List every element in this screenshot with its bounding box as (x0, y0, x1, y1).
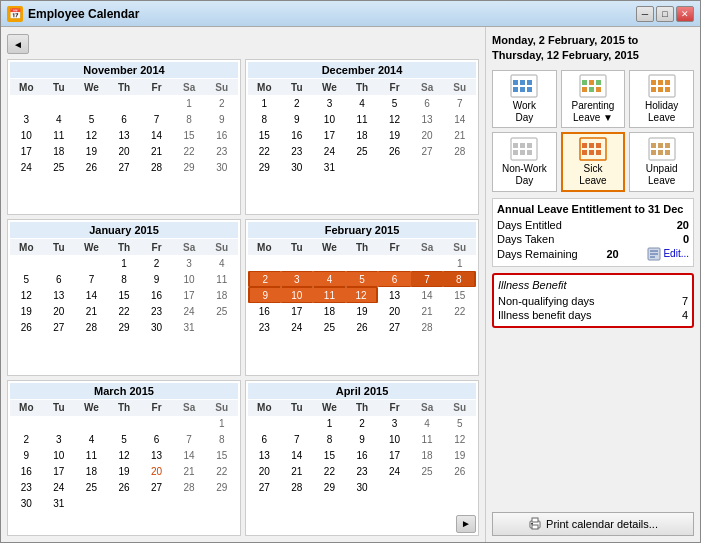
day-cell[interactable]: 28 (411, 319, 444, 335)
day-cell[interactable] (248, 255, 281, 271)
leave-type-workday[interactable]: WorkDay (492, 70, 557, 128)
day-cell[interactable]: 21 (281, 464, 314, 480)
day-cell[interactable]: 2 (281, 95, 314, 111)
day-cell-selected[interactable]: 2 (248, 271, 281, 287)
day-cell[interactable]: 30 (140, 319, 173, 335)
day-cell[interactable]: 2 (346, 416, 379, 432)
day-cell[interactable]: 3 (10, 111, 43, 127)
nav-forward-button[interactable]: ► (456, 515, 476, 533)
day-cell[interactable]: 28 (173, 480, 206, 496)
day-cell[interactable]: 15 (205, 448, 238, 464)
day-cell[interactable]: 18 (313, 303, 346, 319)
day-cell[interactable]: 20 (140, 464, 173, 480)
day-cell[interactable]: 17 (43, 464, 76, 480)
day-cell[interactable]: 12 (108, 448, 141, 464)
day-cell[interactable] (10, 95, 43, 111)
day-cell[interactable]: 9 (346, 432, 379, 448)
day-cell[interactable]: 15 (248, 127, 281, 143)
day-cell[interactable]: 7 (173, 432, 206, 448)
day-cell[interactable]: 20 (248, 464, 281, 480)
day-cell[interactable]: 16 (140, 287, 173, 303)
day-cell[interactable]: 26 (75, 159, 108, 175)
day-cell[interactable]: 8 (248, 111, 281, 127)
day-cell[interactable]: 19 (108, 464, 141, 480)
day-cell[interactable]: 3 (43, 432, 76, 448)
day-cell[interactable]: 13 (378, 287, 411, 303)
day-cell-selected[interactable]: 8 (443, 271, 476, 287)
day-cell[interactable]: 14 (411, 287, 444, 303)
day-cell[interactable]: 25 (313, 319, 346, 335)
day-cell[interactable]: 24 (173, 303, 206, 319)
day-cell[interactable]: 18 (75, 464, 108, 480)
day-cell[interactable]: 24 (378, 464, 411, 480)
day-cell[interactable]: 24 (10, 159, 43, 175)
day-cell[interactable]: 4 (205, 255, 238, 271)
day-cell-selected[interactable]: 6 (378, 271, 411, 287)
day-cell[interactable]: 26 (443, 464, 476, 480)
day-cell[interactable]: 19 (443, 448, 476, 464)
day-cell[interactable]: 4 (75, 432, 108, 448)
day-cell[interactable] (10, 416, 43, 432)
day-cell[interactable]: 11 (205, 271, 238, 287)
day-cell[interactable]: 30 (281, 159, 314, 175)
close-button[interactable]: ✕ (676, 6, 694, 22)
day-cell[interactable]: 6 (411, 95, 444, 111)
day-cell[interactable]: 15 (443, 287, 476, 303)
day-cell[interactable]: 18 (205, 287, 238, 303)
day-cell[interactable]: 17 (313, 127, 346, 143)
day-cell[interactable]: 16 (10, 464, 43, 480)
day-cell[interactable]: 14 (75, 287, 108, 303)
day-cell[interactable]: 23 (205, 143, 238, 159)
day-cell[interactable]: 16 (281, 127, 314, 143)
day-cell[interactable]: 13 (43, 287, 76, 303)
day-cell-selected[interactable]: 9 (248, 287, 281, 303)
day-cell[interactable] (75, 255, 108, 271)
day-cell[interactable]: 20 (378, 303, 411, 319)
day-cell[interactable]: 19 (10, 303, 43, 319)
day-cell[interactable]: 25 (411, 464, 444, 480)
day-cell[interactable]: 10 (378, 432, 411, 448)
day-cell[interactable] (43, 416, 76, 432)
day-cell[interactable]: 18 (346, 127, 379, 143)
day-cell[interactable]: 25 (43, 159, 76, 175)
day-cell[interactable]: 27 (140, 480, 173, 496)
day-cell[interactable]: 29 (108, 319, 141, 335)
day-cell-selected[interactable]: 7 (411, 271, 444, 287)
day-cell[interactable]: 6 (43, 271, 76, 287)
day-cell[interactable] (281, 416, 314, 432)
day-cell[interactable] (140, 95, 173, 111)
day-cell[interactable]: 1 (205, 416, 238, 432)
day-cell[interactable]: 31 (43, 496, 76, 512)
day-cell[interactable]: 5 (108, 432, 141, 448)
day-cell[interactable]: 26 (346, 319, 379, 335)
day-cell[interactable]: 28 (281, 480, 314, 496)
day-cell[interactable]: 20 (108, 143, 141, 159)
day-cell[interactable] (313, 255, 346, 271)
day-cell[interactable]: 26 (378, 143, 411, 159)
day-cell[interactable] (173, 416, 206, 432)
day-cell[interactable]: 21 (443, 127, 476, 143)
day-cell-selected[interactable]: 11 (313, 287, 346, 303)
day-cell[interactable]: 29 (248, 159, 281, 175)
day-cell[interactable] (108, 95, 141, 111)
day-cell[interactable] (346, 255, 379, 271)
day-cell[interactable]: 8 (313, 432, 346, 448)
day-cell-selected[interactable]: 4 (313, 271, 346, 287)
day-cell[interactable]: 22 (205, 464, 238, 480)
day-cell[interactable]: 30 (205, 159, 238, 175)
day-cell[interactable]: 28 (140, 159, 173, 175)
day-cell[interactable]: 10 (10, 127, 43, 143)
day-cell[interactable]: 24 (43, 480, 76, 496)
day-cell[interactable] (140, 416, 173, 432)
day-cell-selected[interactable]: 12 (346, 287, 379, 303)
leave-type-holiday[interactable]: HolidayLeave (629, 70, 694, 128)
day-cell[interactable]: 29 (205, 480, 238, 496)
day-cell[interactable]: 3 (378, 416, 411, 432)
day-cell[interactable]: 19 (346, 303, 379, 319)
day-cell[interactable]: 23 (10, 480, 43, 496)
day-cell[interactable]: 12 (443, 432, 476, 448)
day-cell[interactable]: 1 (313, 416, 346, 432)
day-cell[interactable]: 24 (313, 143, 346, 159)
day-cell[interactable]: 10 (43, 448, 76, 464)
day-cell[interactable]: 1 (108, 255, 141, 271)
